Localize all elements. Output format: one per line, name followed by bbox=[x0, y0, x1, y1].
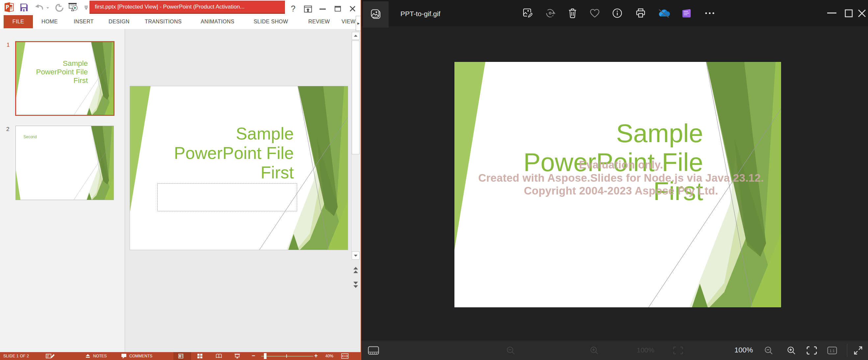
svg-text:1:1: 1:1 bbox=[830, 349, 834, 353]
